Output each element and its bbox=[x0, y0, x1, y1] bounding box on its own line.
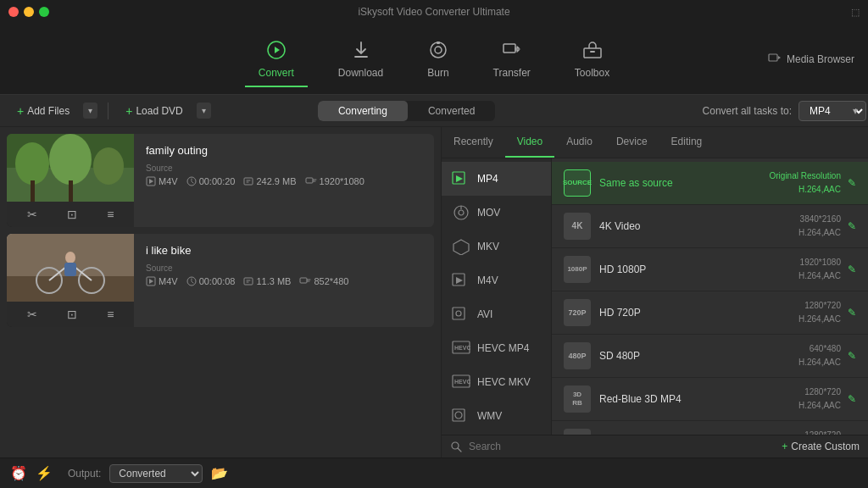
format-value-2: M4V bbox=[159, 276, 178, 286]
svg-rect-15 bbox=[31, 180, 35, 202]
svg-marker-9 bbox=[778, 56, 781, 59]
format-opt-left-0: SOURCE Same as source bbox=[564, 169, 673, 197]
format-option-3d-rb[interactable]: 3DRB Red-Blue 3D MP4 1280*720 H.264,AAC … bbox=[552, 378, 868, 421]
format-res-line2-0: H.264,AAC bbox=[770, 183, 842, 197]
crop-icon-1[interactable]: ⊡ bbox=[67, 208, 77, 221]
sidebar-m4v-label: M4V bbox=[477, 274, 498, 286]
output-select[interactable]: Converted Custom... bbox=[109, 464, 203, 483]
format-option-3d-lr[interactable]: 3DLR Left-Right 3D MP4 1280*720 H.264,AA… bbox=[552, 421, 868, 435]
format-option-720p[interactable]: 720P HD 720P 1280*720 H.264,AAC ✎ bbox=[552, 291, 868, 335]
tab-converting[interactable]: Converting bbox=[318, 101, 408, 121]
sidebar-mkv[interactable]: MKV bbox=[442, 230, 551, 263]
format-opt-name-1: 4K Video bbox=[599, 220, 641, 232]
resolution-value-1: 1920*1080 bbox=[320, 176, 364, 186]
nav-item-toolbox[interactable]: Toolbox bbox=[561, 33, 623, 86]
tab-video[interactable]: Video bbox=[505, 127, 554, 158]
edit-icon-3[interactable]: ✎ bbox=[848, 307, 856, 319]
add-files-dropdown[interactable]: ▾ bbox=[83, 103, 97, 119]
size-icon-1 bbox=[243, 176, 253, 186]
source-label-2: Source bbox=[146, 263, 422, 273]
video-thumb-2: ✂ ⊡ ≡ bbox=[7, 234, 134, 327]
tab-editing[interactable]: Editing bbox=[659, 127, 715, 158]
add-files-plus-icon: + bbox=[17, 104, 24, 118]
wmv-icon bbox=[452, 407, 470, 425]
svg-rect-21 bbox=[306, 178, 313, 183]
tab-converted[interactable]: Converted bbox=[408, 101, 495, 121]
scissors-icon-2[interactable]: ✂ bbox=[27, 308, 37, 321]
create-custom-button[interactable]: + Create Custom bbox=[782, 441, 860, 452]
transfer-icon bbox=[502, 40, 522, 64]
format-select[interactable]: MP4 MOV MKV AVI bbox=[798, 101, 866, 121]
edit-icon-4[interactable]: ✎ bbox=[848, 350, 856, 362]
mov-icon bbox=[452, 203, 470, 222]
svg-text:HEVC: HEVC bbox=[454, 345, 470, 351]
tab-recently[interactable]: Recently bbox=[442, 127, 505, 158]
format-option-1080p[interactable]: 1080P HD 1080P 1920*1080 H.264,AAC ✎ bbox=[552, 248, 868, 291]
add-files-button[interactable]: + Add Files bbox=[10, 101, 76, 121]
meta-duration-1: 00:00:20 bbox=[186, 176, 236, 186]
settings-icon-1[interactable]: ≡ bbox=[107, 208, 114, 221]
nav-item-download[interactable]: Download bbox=[325, 33, 397, 86]
format-res-line1-1: 3840*2160 bbox=[798, 213, 841, 226]
format-opt-res-2: 1920*1080 H.264,AAC bbox=[798, 256, 841, 283]
search-input[interactable] bbox=[469, 441, 775, 452]
toolbar: + Add Files ▾ + Load DVD ▾ Converting Co… bbox=[0, 95, 868, 127]
svg-rect-28 bbox=[64, 263, 76, 276]
load-dvd-dropdown[interactable]: ▾ bbox=[197, 103, 211, 119]
svg-rect-4 bbox=[437, 42, 440, 44]
edit-icon-2[interactable]: ✎ bbox=[848, 263, 856, 275]
sidebar-m4v[interactable]: M4V bbox=[442, 263, 551, 297]
edit-icon-0[interactable]: ✎ bbox=[848, 177, 856, 189]
nav-item-transfer[interactable]: Transfer bbox=[480, 33, 544, 86]
crop-icon-2[interactable]: ⊡ bbox=[67, 308, 77, 321]
sidebar-mov[interactable]: MOV bbox=[442, 196, 551, 230]
svg-rect-16 bbox=[69, 180, 73, 202]
svg-marker-30 bbox=[149, 279, 153, 284]
video-controls-2: ✂ ⊡ ≡ bbox=[7, 302, 134, 327]
folder-icon[interactable]: 📂 bbox=[211, 465, 228, 481]
forest-thumb-svg bbox=[7, 134, 134, 202]
sidebar-hevc-mkv[interactable]: HEVC HEVC MKV bbox=[442, 365, 551, 399]
toolbox-icon bbox=[582, 40, 603, 64]
search-icon bbox=[450, 441, 462, 452]
meta-resolution-2: 852*480 bbox=[299, 276, 348, 286]
format-option-same-source[interactable]: SOURCE Same as source Original Resolutio… bbox=[552, 162, 868, 205]
output-label: Output: bbox=[68, 468, 101, 480]
format-opt-left-2: 1080P HD 1080P bbox=[564, 256, 646, 283]
sidebar-mp4[interactable]: MP4 bbox=[442, 162, 551, 196]
meta-format-1: M4V bbox=[146, 176, 178, 186]
edit-icon-5[interactable]: ✎ bbox=[848, 393, 856, 405]
maximize-button[interactable] bbox=[39, 7, 49, 17]
nav-label-toolbox: Toolbox bbox=[575, 67, 609, 79]
sidebar-wmv[interactable]: WMV bbox=[442, 399, 551, 433]
close-button[interactable] bbox=[8, 7, 19, 17]
scissors-icon-1[interactable]: ✂ bbox=[27, 208, 37, 221]
svg-point-12 bbox=[15, 142, 49, 185]
settings-icon-2[interactable]: ≡ bbox=[107, 308, 114, 321]
media-browser-button[interactable]: Media Browser bbox=[768, 53, 854, 65]
tab-device[interactable]: Device bbox=[604, 127, 659, 158]
format-opt-icon-3: 720P bbox=[564, 299, 591, 326]
minimize-button[interactable] bbox=[24, 7, 34, 17]
format-option-480p[interactable]: 480P SD 480P 640*480 H.264,AAC ✎ bbox=[552, 335, 868, 378]
edit-icon-1[interactable]: ✎ bbox=[848, 220, 856, 232]
svg-rect-48 bbox=[453, 409, 465, 421]
format-option-4k[interactable]: 4K 4K Video 3840*2160 H.264,AAC ✎ bbox=[552, 205, 868, 248]
load-dvd-plus-icon: + bbox=[125, 104, 132, 118]
sidebar-avi[interactable]: AVI bbox=[442, 297, 551, 331]
format-opt-name-5: Red-Blue 3D MP4 bbox=[599, 393, 682, 405]
nav-bar: Convert Download Burn bbox=[0, 24, 868, 95]
lightning-icon[interactable]: ⚡ bbox=[36, 465, 53, 481]
nav-item-convert[interactable]: Convert bbox=[245, 33, 308, 86]
nav-item-burn[interactable]: Burn bbox=[414, 33, 462, 86]
load-dvd-button[interactable]: + Load DVD bbox=[119, 101, 190, 121]
size-value-2: 11.3 MB bbox=[256, 276, 291, 286]
mp4-icon bbox=[452, 169, 470, 188]
duration-icon-1 bbox=[186, 176, 197, 186]
format-res-line1-2: 1920*1080 bbox=[798, 256, 841, 269]
video-list: ✂ ⊡ ≡ family outing Source M4V 00:00:20 bbox=[0, 127, 441, 458]
clock-icon[interactable]: ⏰ bbox=[10, 465, 27, 481]
tab-audio[interactable]: Audio bbox=[554, 127, 604, 158]
sidebar-hevc-mp4[interactable]: HEVC HEVC MP4 bbox=[442, 331, 551, 365]
svg-rect-7 bbox=[590, 51, 595, 53]
